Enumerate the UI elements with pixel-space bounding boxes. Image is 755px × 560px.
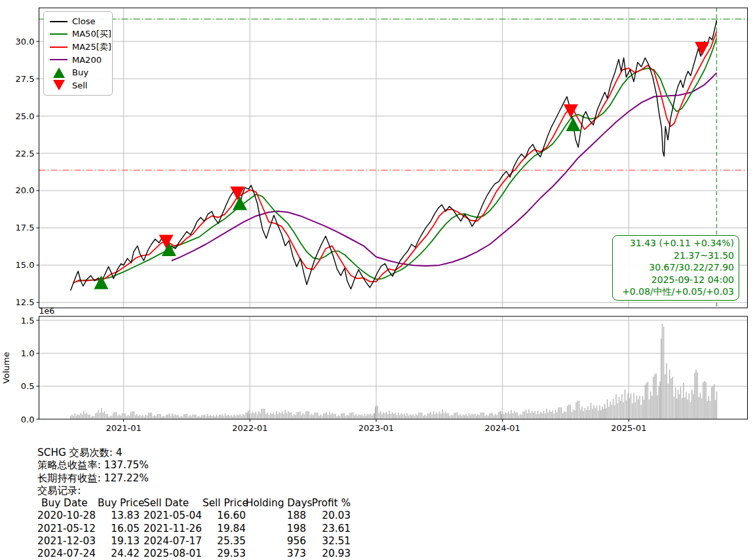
cell-holding-days: 956 (246, 535, 306, 548)
cell-sell-price: 25.35 (203, 535, 246, 548)
svg-text:30.0: 30.0 (16, 37, 35, 47)
cell-buy-date: 2021-05-12 (37, 523, 98, 535)
trade-table-header: Buy Date Buy Price Sell Date Sell Price … (37, 497, 351, 510)
svg-text:2023-01: 2023-01 (358, 423, 394, 433)
trade-row: 2020-10-28 13.83 2021-05-04 16.60 188 20… (37, 510, 351, 522)
svg-text:15.0: 15.0 (16, 260, 35, 270)
col-sell-price: Sell Price (203, 497, 246, 510)
chart-legend: Close MA50[买] MA25[卖] MA200 Buy Sell (43, 11, 113, 96)
legend-label: Sell (72, 81, 87, 90)
cell-sell-date: 2021-11-26 (140, 523, 203, 535)
cell-profit-pct: 20.03 (306, 510, 351, 522)
legend-item-ma25: MA25[卖] (50, 41, 106, 54)
col-sell-date: Sell Date (140, 497, 203, 510)
buy-hold-return: 长期持有收益: 127.22% (37, 472, 351, 485)
svg-text:2022-01: 2022-01 (232, 423, 267, 433)
cell-sell-date: 2025-08-01 (140, 548, 203, 560)
cell-holding-days: 373 (246, 548, 306, 560)
col-buy-date: Buy Date (37, 497, 98, 510)
strategy-return: 策略总收益率: 137.75% (37, 459, 351, 472)
ma200-line-icon (50, 59, 68, 60)
svg-text:27.5: 27.5 (16, 74, 35, 84)
annotation-signal-line: +0.08/中性/+0.05/+0.03 (617, 286, 734, 298)
legend-item-sell: Sell (50, 79, 106, 92)
svg-text:1.5: 1.5 (21, 316, 35, 326)
trade-records-label: 交易记录: (37, 485, 351, 497)
svg-text:2024-01: 2024-01 (485, 423, 520, 433)
ma25-line-icon (50, 47, 68, 48)
cell-holding-days: 198 (246, 523, 306, 535)
buy-triangle-icon (50, 67, 68, 78)
col-holding-days: Holding Days (246, 497, 306, 510)
volume-bars (70, 324, 717, 419)
cell-sell-price: 19.84 (203, 523, 246, 535)
cell-profit-pct: 32.51 (306, 535, 351, 548)
trade-table: Buy Date Buy Price Sell Date Sell Price … (37, 497, 351, 560)
legend-label: MA200 (72, 55, 102, 65)
legend-label: MA50[买] (72, 28, 111, 40)
trading-chart-page: 12.515.017.520.022.525.027.530.00.00.51.… (0, 0, 755, 560)
ma50-line-icon (50, 33, 68, 35)
cell-buy-price: 13.83 (98, 510, 140, 522)
buy-marker (162, 242, 176, 256)
svg-text:20.0: 20.0 (16, 185, 35, 195)
col-profit-pct: Profit % (306, 497, 351, 510)
svg-text:0.0: 0.0 (21, 415, 35, 424)
svg-text:1.0: 1.0 (21, 348, 35, 358)
legend-item-buy: Buy (50, 66, 106, 79)
price-volume-chart: 12.515.017.520.022.525.027.530.00.00.51.… (0, 0, 755, 445)
cell-buy-date: 2020-10-28 (37, 510, 98, 522)
trade-row: 2021-12-03 19.13 2024-07-17 25.35 956 32… (37, 535, 351, 548)
legend-item-ma50: MA50[买] (50, 28, 106, 41)
volume-offset-label: 1e6 (39, 306, 55, 316)
cell-buy-price: 24.42 (98, 548, 140, 560)
cell-buy-price: 16.05 (98, 523, 140, 535)
svg-text:22.5: 22.5 (16, 149, 35, 159)
cell-sell-price: 29.53 (203, 548, 246, 560)
strategy-report: SCHG 交易次数: 4 策略总收益率: 137.75% 长期持有收益: 127… (37, 447, 351, 560)
cell-buy-date: 2021-12-03 (37, 535, 98, 548)
cell-sell-date: 2024-07-17 (140, 535, 203, 548)
price-annotation-box: 31.43 (+0.11 +0.34%) 21.37~31.50 30.67/3… (612, 235, 739, 301)
cell-sell-date: 2021-05-04 (140, 510, 203, 522)
cell-buy-date: 2024-07-24 (37, 548, 98, 560)
annotation-datetime-line: 2025-09-12 04:00 (617, 274, 734, 286)
cell-holding-days: 188 (246, 510, 306, 522)
legend-label: Buy (72, 67, 88, 77)
legend-item-ma200: MA200 (50, 54, 106, 67)
annotation-range-line: 21.37~31.50 (617, 250, 734, 262)
trade-row: 2021-05-12 16.05 2021-11-26 19.84 198 23… (37, 523, 351, 535)
legend-label: MA25[卖] (72, 41, 111, 53)
annotation-price-line: 31.43 (+0.11 +0.34%) (617, 237, 734, 250)
col-buy-price: Buy Price (98, 497, 140, 510)
svg-text:17.5: 17.5 (16, 223, 35, 233)
cell-buy-price: 19.13 (98, 535, 140, 548)
close-line-icon (50, 21, 68, 22)
cell-profit-pct: 23.61 (306, 523, 351, 535)
axis-ticks-and-labels: 12.515.017.520.022.525.027.530.00.00.51.… (1, 37, 647, 433)
cell-sell-price: 16.60 (203, 510, 246, 522)
svg-text:25.0: 25.0 (16, 111, 35, 121)
symbol-trade-count: SCHG 交易次数: 4 (37, 447, 351, 459)
annotation-ma-line: 30.67/30.22/27.90 (617, 261, 734, 274)
cell-profit-pct: 20.93 (306, 548, 351, 560)
legend-item-close: Close (50, 15, 106, 28)
svg-text:2025-01: 2025-01 (611, 423, 646, 433)
svg-text:12.5: 12.5 (16, 297, 35, 307)
legend-label: Close (72, 16, 95, 26)
volume-axis-label: Volume (1, 352, 11, 383)
trade-row: 2024-07-24 24.42 2025-08-01 29.53 373 20… (37, 548, 351, 560)
sell-triangle-icon (50, 80, 68, 90)
svg-text:0.5: 0.5 (21, 381, 35, 391)
svg-text:2021-01: 2021-01 (106, 423, 141, 433)
